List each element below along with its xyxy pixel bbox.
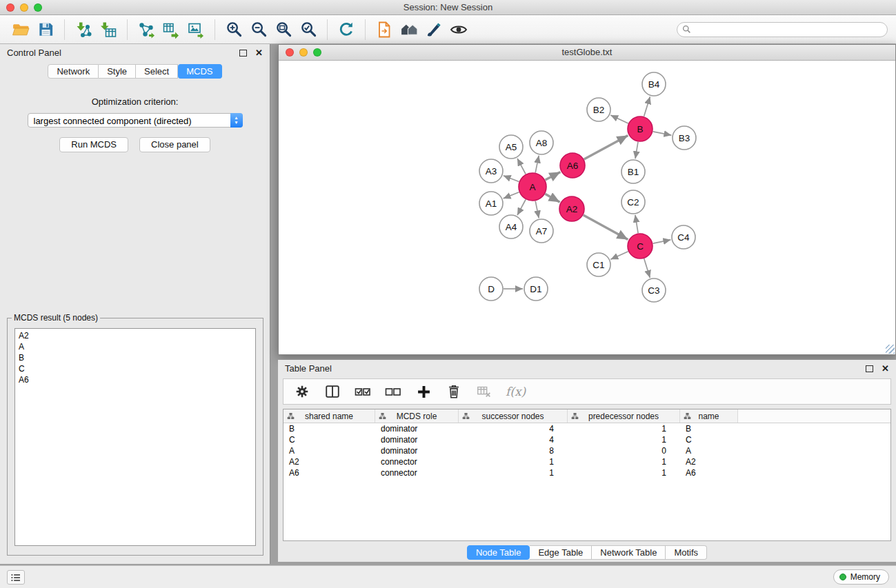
result-item[interactable]: A xyxy=(19,341,252,352)
graph-node-B2[interactable]: B2 xyxy=(587,98,610,121)
float-table-panel-button[interactable] xyxy=(866,365,873,372)
graph-edge-A-A4[interactable] xyxy=(517,200,526,216)
graph-node-C3[interactable]: C3 xyxy=(642,278,666,302)
close-network-button[interactable] xyxy=(286,48,294,57)
style-brush-button[interactable] xyxy=(421,17,446,42)
run-mcds-button[interactable]: Run MCDS xyxy=(59,137,128,152)
zoom-window-button[interactable] xyxy=(34,3,42,12)
delete-button[interactable] xyxy=(444,381,464,402)
refresh-layout-button[interactable] xyxy=(334,17,359,42)
tab-motifs[interactable]: Motifs xyxy=(666,545,707,560)
import-table-button[interactable] xyxy=(96,17,121,42)
graph-node-A3[interactable]: A3 xyxy=(479,159,503,183)
zoom-in-button[interactable] xyxy=(221,17,246,42)
resize-grip[interactable] xyxy=(886,345,895,354)
graph-node-A7[interactable]: A7 xyxy=(530,219,553,243)
table-row[interactable]: A6connector11A6 xyxy=(283,467,890,478)
table-row[interactable]: Cdominator41C xyxy=(283,434,890,445)
graph-edge-C-C3[interactable] xyxy=(644,258,650,278)
home-button[interactable] xyxy=(397,17,421,42)
graph-node-A8[interactable]: A8 xyxy=(530,131,553,154)
column-header-predecessor-nodes[interactable]: predecessor nodes xyxy=(568,409,680,423)
result-item[interactable]: C xyxy=(19,363,252,374)
tab-mcds[interactable]: MCDS xyxy=(178,64,221,79)
result-item[interactable]: A6 xyxy=(19,374,252,385)
graph-edge-B-B4[interactable] xyxy=(644,97,650,116)
graph-edge-A-A6[interactable] xyxy=(546,172,561,180)
result-item[interactable]: B xyxy=(19,352,252,363)
column-header-name[interactable]: name xyxy=(680,409,738,423)
graph-node-A[interactable]: A xyxy=(519,173,546,201)
close-table-panel-button[interactable]: ✕ xyxy=(882,365,889,372)
tab-select[interactable]: Select xyxy=(136,64,178,79)
tab-style[interactable]: Style xyxy=(99,64,136,79)
table-row[interactable]: Bdominator41B xyxy=(283,423,890,434)
table-settings-button[interactable] xyxy=(292,381,312,402)
graph-node-A1[interactable]: A1 xyxy=(479,192,503,215)
graph-edge-B-B3[interactable] xyxy=(653,132,672,135)
tab-edge-table[interactable]: Edge Table xyxy=(530,545,592,560)
export-image-button[interactable] xyxy=(183,17,208,42)
graph-node-C1[interactable]: C1 xyxy=(587,253,610,276)
graph-edge-A-A2[interactable] xyxy=(545,194,559,202)
zoom-fit-button[interactable] xyxy=(271,17,296,42)
graph-node-D[interactable]: D xyxy=(479,277,503,301)
graph-edge-A-A3[interactable] xyxy=(504,176,519,182)
graph-edge-A6-B[interactable] xyxy=(584,136,628,160)
export-table-button[interactable] xyxy=(159,17,183,42)
graph-node-B4[interactable]: B4 xyxy=(642,72,666,96)
tab-node-table[interactable]: Node Table xyxy=(467,545,530,560)
optimization-dropdown[interactable]: largest connected component (directed) ▲… xyxy=(28,113,243,128)
column-header-shared-name[interactable]: shared name xyxy=(283,409,375,423)
graph-edge-C-C1[interactable] xyxy=(610,252,628,259)
mcds-result-list[interactable]: A2ABCA6 xyxy=(14,328,256,546)
zoom-selected-button[interactable] xyxy=(296,17,321,42)
table-row[interactable]: A2connector11A2 xyxy=(283,456,890,467)
graph-node-B1[interactable]: B1 xyxy=(621,160,645,183)
graph-edge-C-C2[interactable] xyxy=(635,215,638,233)
close-window-button[interactable] xyxy=(6,3,14,12)
graph-node-B3[interactable]: B3 xyxy=(673,126,696,150)
import-network-button[interactable] xyxy=(71,17,96,42)
show-graphics-button[interactable] xyxy=(446,17,471,42)
graph-node-B[interactable]: B xyxy=(628,116,653,141)
select-all-button[interactable] xyxy=(352,381,373,402)
graph-node-A6[interactable]: A6 xyxy=(560,153,585,178)
memory-button[interactable]: Memory xyxy=(833,569,889,585)
result-item[interactable]: A2 xyxy=(19,330,252,341)
show-columns-button[interactable] xyxy=(322,381,343,402)
float-panel-button[interactable] xyxy=(239,50,247,57)
network-canvas-svg[interactable]: B4B2BB3A5A8A6A3B1AC2A1A2A4A7C4CC1DD1C3 xyxy=(279,61,895,354)
graph-node-A4[interactable]: A4 xyxy=(499,215,523,239)
minimize-window-button[interactable] xyxy=(20,3,28,12)
open-session-button[interactable] xyxy=(8,17,33,42)
graph-edge-A2-C[interactable] xyxy=(584,215,628,239)
column-header-successor-nodes[interactable]: successor nodes xyxy=(459,409,568,423)
search-input[interactable] xyxy=(677,22,888,37)
graph-node-C4[interactable]: C4 xyxy=(672,225,695,249)
graph-node-C2[interactable]: C2 xyxy=(621,190,645,214)
first-neighbors-button[interactable] xyxy=(372,17,397,42)
graph-node-C[interactable]: C xyxy=(628,234,653,258)
graph-edge-A-A8[interactable] xyxy=(535,156,539,173)
save-session-button[interactable] xyxy=(33,17,58,42)
graph-edge-B-B1[interactable] xyxy=(635,142,638,159)
graph-node-A2[interactable]: A2 xyxy=(559,196,584,221)
close-panel-button-mcds[interactable]: Close panel xyxy=(139,137,210,152)
zoom-out-button[interactable] xyxy=(246,17,271,42)
graph-edge-B-B2[interactable] xyxy=(610,115,628,123)
status-list-button[interactable] xyxy=(7,570,25,585)
tab-network[interactable]: Network xyxy=(48,64,99,79)
zoom-network-button[interactable] xyxy=(313,48,321,57)
column-header-MCDS-role[interactable]: MCDS role xyxy=(375,409,459,423)
graph-edge-C-C4[interactable] xyxy=(653,240,671,243)
deselect-all-button[interactable] xyxy=(383,381,404,402)
export-network-button[interactable] xyxy=(134,17,159,42)
add-column-button[interactable] xyxy=(413,381,434,402)
graph-edge-A-A5[interactable] xyxy=(517,159,526,174)
graph-edge-A-A7[interactable] xyxy=(535,201,539,219)
network-canvas[interactable]: B4B2BB3A5A8A6A3B1AC2A1A2A4A7C4CC1DD1C3 xyxy=(279,61,895,354)
table-row[interactable]: Adominator80A xyxy=(283,445,890,456)
tab-network-table[interactable]: Network Table xyxy=(592,545,666,560)
close-panel-button[interactable]: ✕ xyxy=(255,50,263,57)
